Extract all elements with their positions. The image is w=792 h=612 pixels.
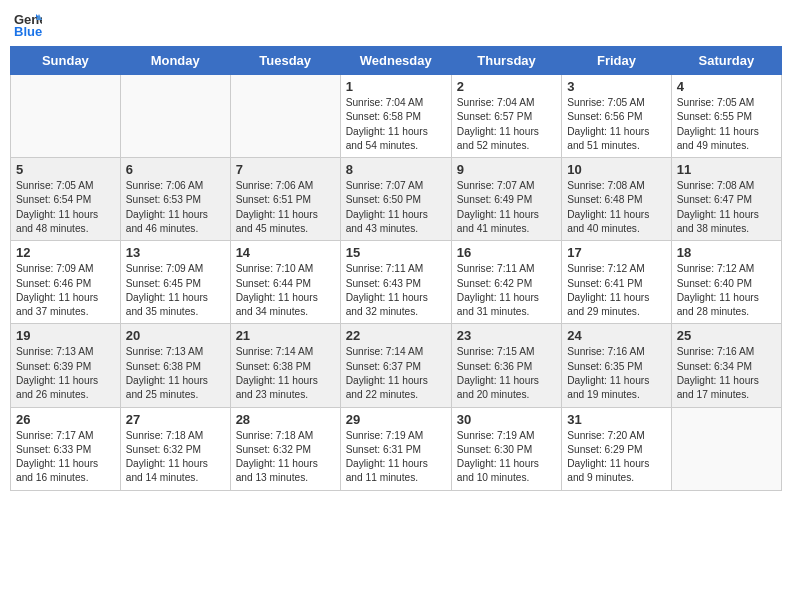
calendar-cell: 3Sunrise: 7:05 AM Sunset: 6:56 PM Daylig…: [562, 75, 671, 158]
day-header-saturday: Saturday: [671, 47, 781, 75]
calendar-cell: 25Sunrise: 7:16 AM Sunset: 6:34 PM Dayli…: [671, 324, 781, 407]
calendar-cell: 16Sunrise: 7:11 AM Sunset: 6:42 PM Dayli…: [451, 241, 561, 324]
day-info: Sunrise: 7:18 AM Sunset: 6:32 PM Dayligh…: [126, 429, 225, 486]
day-info: Sunrise: 7:13 AM Sunset: 6:39 PM Dayligh…: [16, 345, 115, 402]
day-number: 21: [236, 328, 335, 343]
day-number: 10: [567, 162, 665, 177]
day-info: Sunrise: 7:14 AM Sunset: 6:38 PM Dayligh…: [236, 345, 335, 402]
calendar-cell: 29Sunrise: 7:19 AM Sunset: 6:31 PM Dayli…: [340, 407, 451, 490]
day-number: 24: [567, 328, 665, 343]
day-header-friday: Friday: [562, 47, 671, 75]
day-info: Sunrise: 7:10 AM Sunset: 6:44 PM Dayligh…: [236, 262, 335, 319]
calendar-cell: 17Sunrise: 7:12 AM Sunset: 6:41 PM Dayli…: [562, 241, 671, 324]
calendar-cell: 2Sunrise: 7:04 AM Sunset: 6:57 PM Daylig…: [451, 75, 561, 158]
day-number: 15: [346, 245, 446, 260]
calendar-cell: 22Sunrise: 7:14 AM Sunset: 6:37 PM Dayli…: [340, 324, 451, 407]
day-number: 17: [567, 245, 665, 260]
calendar-cell: 24Sunrise: 7:16 AM Sunset: 6:35 PM Dayli…: [562, 324, 671, 407]
day-number: 6: [126, 162, 225, 177]
day-info: Sunrise: 7:17 AM Sunset: 6:33 PM Dayligh…: [16, 429, 115, 486]
day-info: Sunrise: 7:09 AM Sunset: 6:45 PM Dayligh…: [126, 262, 225, 319]
day-info: Sunrise: 7:06 AM Sunset: 6:51 PM Dayligh…: [236, 179, 335, 236]
calendar-cell: [230, 75, 340, 158]
calendar-week-3: 12Sunrise: 7:09 AM Sunset: 6:46 PM Dayli…: [11, 241, 782, 324]
day-number: 7: [236, 162, 335, 177]
day-info: Sunrise: 7:12 AM Sunset: 6:41 PM Dayligh…: [567, 262, 665, 319]
day-info: Sunrise: 7:16 AM Sunset: 6:35 PM Dayligh…: [567, 345, 665, 402]
day-number: 27: [126, 412, 225, 427]
day-number: 18: [677, 245, 776, 260]
day-header-monday: Monday: [120, 47, 230, 75]
calendar-cell: 9Sunrise: 7:07 AM Sunset: 6:49 PM Daylig…: [451, 158, 561, 241]
calendar-cell: 4Sunrise: 7:05 AM Sunset: 6:55 PM Daylig…: [671, 75, 781, 158]
day-info: Sunrise: 7:11 AM Sunset: 6:42 PM Dayligh…: [457, 262, 556, 319]
day-info: Sunrise: 7:04 AM Sunset: 6:57 PM Dayligh…: [457, 96, 556, 153]
svg-text:Blue: Blue: [14, 24, 42, 38]
calendar-cell: 15Sunrise: 7:11 AM Sunset: 6:43 PM Dayli…: [340, 241, 451, 324]
calendar-cell: 31Sunrise: 7:20 AM Sunset: 6:29 PM Dayli…: [562, 407, 671, 490]
calendar-cell: 18Sunrise: 7:12 AM Sunset: 6:40 PM Dayli…: [671, 241, 781, 324]
day-info: Sunrise: 7:08 AM Sunset: 6:48 PM Dayligh…: [567, 179, 665, 236]
calendar-cell: 30Sunrise: 7:19 AM Sunset: 6:30 PM Dayli…: [451, 407, 561, 490]
day-info: Sunrise: 7:07 AM Sunset: 6:50 PM Dayligh…: [346, 179, 446, 236]
day-number: 28: [236, 412, 335, 427]
calendar-cell: 21Sunrise: 7:14 AM Sunset: 6:38 PM Dayli…: [230, 324, 340, 407]
day-info: Sunrise: 7:18 AM Sunset: 6:32 PM Dayligh…: [236, 429, 335, 486]
calendar-cell: 11Sunrise: 7:08 AM Sunset: 6:47 PM Dayli…: [671, 158, 781, 241]
logo-icon: General Blue: [14, 10, 42, 38]
calendar-week-4: 19Sunrise: 7:13 AM Sunset: 6:39 PM Dayli…: [11, 324, 782, 407]
calendar-cell: 27Sunrise: 7:18 AM Sunset: 6:32 PM Dayli…: [120, 407, 230, 490]
calendar-cell: 23Sunrise: 7:15 AM Sunset: 6:36 PM Dayli…: [451, 324, 561, 407]
day-number: 1: [346, 79, 446, 94]
calendar-table: SundayMondayTuesdayWednesdayThursdayFrid…: [10, 46, 782, 491]
day-number: 2: [457, 79, 556, 94]
day-info: Sunrise: 7:14 AM Sunset: 6:37 PM Dayligh…: [346, 345, 446, 402]
calendar-cell: [120, 75, 230, 158]
calendar-cell: 13Sunrise: 7:09 AM Sunset: 6:45 PM Dayli…: [120, 241, 230, 324]
calendar-week-2: 5Sunrise: 7:05 AM Sunset: 6:54 PM Daylig…: [11, 158, 782, 241]
day-info: Sunrise: 7:09 AM Sunset: 6:46 PM Dayligh…: [16, 262, 115, 319]
day-number: 29: [346, 412, 446, 427]
day-number: 25: [677, 328, 776, 343]
page-header: General Blue: [10, 10, 782, 38]
day-number: 9: [457, 162, 556, 177]
day-info: Sunrise: 7:06 AM Sunset: 6:53 PM Dayligh…: [126, 179, 225, 236]
day-info: Sunrise: 7:15 AM Sunset: 6:36 PM Dayligh…: [457, 345, 556, 402]
calendar-cell: [11, 75, 121, 158]
day-number: 3: [567, 79, 665, 94]
calendar-cell: 28Sunrise: 7:18 AM Sunset: 6:32 PM Dayli…: [230, 407, 340, 490]
calendar-cell: 1Sunrise: 7:04 AM Sunset: 6:58 PM Daylig…: [340, 75, 451, 158]
day-info: Sunrise: 7:05 AM Sunset: 6:55 PM Dayligh…: [677, 96, 776, 153]
day-number: 4: [677, 79, 776, 94]
day-number: 23: [457, 328, 556, 343]
day-header-sunday: Sunday: [11, 47, 121, 75]
calendar-cell: [671, 407, 781, 490]
calendar-cell: 10Sunrise: 7:08 AM Sunset: 6:48 PM Dayli…: [562, 158, 671, 241]
day-number: 8: [346, 162, 446, 177]
day-info: Sunrise: 7:20 AM Sunset: 6:29 PM Dayligh…: [567, 429, 665, 486]
day-info: Sunrise: 7:12 AM Sunset: 6:40 PM Dayligh…: [677, 262, 776, 319]
day-number: 22: [346, 328, 446, 343]
day-info: Sunrise: 7:11 AM Sunset: 6:43 PM Dayligh…: [346, 262, 446, 319]
day-info: Sunrise: 7:04 AM Sunset: 6:58 PM Dayligh…: [346, 96, 446, 153]
day-number: 19: [16, 328, 115, 343]
calendar-cell: 7Sunrise: 7:06 AM Sunset: 6:51 PM Daylig…: [230, 158, 340, 241]
day-info: Sunrise: 7:08 AM Sunset: 6:47 PM Dayligh…: [677, 179, 776, 236]
day-info: Sunrise: 7:19 AM Sunset: 6:30 PM Dayligh…: [457, 429, 556, 486]
day-info: Sunrise: 7:16 AM Sunset: 6:34 PM Dayligh…: [677, 345, 776, 402]
calendar-cell: 5Sunrise: 7:05 AM Sunset: 6:54 PM Daylig…: [11, 158, 121, 241]
day-info: Sunrise: 7:05 AM Sunset: 6:56 PM Dayligh…: [567, 96, 665, 153]
calendar-cell: 19Sunrise: 7:13 AM Sunset: 6:39 PM Dayli…: [11, 324, 121, 407]
calendar-cell: 12Sunrise: 7:09 AM Sunset: 6:46 PM Dayli…: [11, 241, 121, 324]
day-number: 16: [457, 245, 556, 260]
calendar-header-row: SundayMondayTuesdayWednesdayThursdayFrid…: [11, 47, 782, 75]
calendar-cell: 8Sunrise: 7:07 AM Sunset: 6:50 PM Daylig…: [340, 158, 451, 241]
day-number: 14: [236, 245, 335, 260]
day-header-thursday: Thursday: [451, 47, 561, 75]
calendar-cell: 26Sunrise: 7:17 AM Sunset: 6:33 PM Dayli…: [11, 407, 121, 490]
day-number: 20: [126, 328, 225, 343]
day-number: 31: [567, 412, 665, 427]
day-info: Sunrise: 7:13 AM Sunset: 6:38 PM Dayligh…: [126, 345, 225, 402]
day-info: Sunrise: 7:05 AM Sunset: 6:54 PM Dayligh…: [16, 179, 115, 236]
day-header-tuesday: Tuesday: [230, 47, 340, 75]
